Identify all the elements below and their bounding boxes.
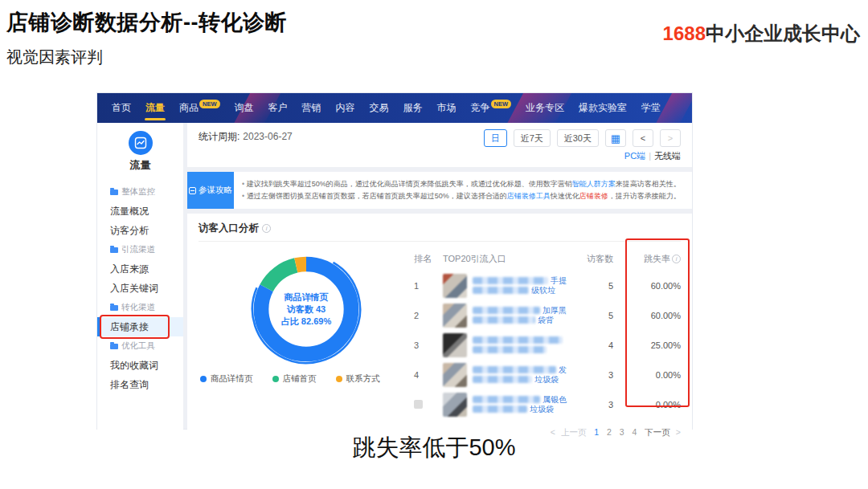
nav-item-academy[interactable]: 学堂 [641, 93, 661, 123]
tip-text: 建议找到跳失率超过50%的商品，通过优化商品详情页来降低跳失率，或通过优化标题、… [247, 180, 572, 188]
nav-item-products[interactable]: 商品NEW [179, 93, 220, 123]
header-visitors: 访客数 [567, 253, 613, 265]
blurred-text [473, 316, 535, 324]
range-7day-button[interactable]: 近7天 [514, 129, 551, 147]
store-decor-tool-link[interactable]: 店铺装修工具 [507, 192, 551, 200]
title-fragment: 垃圾袋 [534, 374, 559, 385]
table-row[interactable]: 3 4 25.00% [414, 330, 681, 360]
sidebar-item-entry-keywords[interactable]: 入店关键词 [97, 279, 183, 298]
rank-cell: 3 [414, 340, 443, 350]
sidebar-item-rank-query[interactable]: 排名查询 [97, 375, 183, 394]
product-cell: 属银色 垃圾袋 [443, 393, 567, 417]
sidebar-item-my-saved-words[interactable]: 我的收藏词 [97, 356, 183, 375]
table-row[interactable]: 2 加厚黑 袋背 5 60.00% [414, 300, 681, 330]
device-separator: | [649, 151, 651, 161]
sidebar-item-traffic-channels[interactable]: 引流渠道 [97, 240, 183, 259]
legend-contact[interactable]: 联系方式 [336, 373, 380, 385]
tip-text: 来提高访客相关性。 [616, 180, 681, 188]
bounce-cell: 0.00% [613, 400, 681, 410]
next-period-button[interactable]: > [660, 129, 681, 147]
sidebar-item-label: 转化渠道 [121, 302, 155, 313]
slide-caption: 跳失率低于50% [0, 432, 868, 464]
legend-product-detail[interactable]: 商品详情页 [200, 373, 253, 385]
sidebar-item-store-reception[interactable]: 店铺承接 [97, 317, 183, 336]
blurred-text [473, 336, 563, 344]
visitors-cell: 3 [567, 400, 613, 410]
product-title-blurred: 发 垃圾袋 [473, 365, 567, 385]
sidebar-item-conversion-channels[interactable]: 转化渠道 [97, 298, 183, 317]
range-day-button[interactable]: 日 [484, 129, 507, 147]
center-share: 占比 82.69% [281, 316, 331, 328]
visitor-entry-analysis: 访客入口分析 i [187, 214, 692, 430]
sidebar-item-traffic-overview[interactable]: 流量概况 [97, 202, 183, 221]
blurred-text [473, 366, 556, 373]
device-tab-wireless[interactable]: 无线端 [654, 151, 681, 161]
nav-item-market[interactable]: 市场 [437, 93, 457, 123]
prev-period-button[interactable]: < [633, 129, 653, 147]
presentation-slide: 店铺诊断数据分析--转化诊断 1688中小企业成长中心 视觉因素评判 首页 流量… [0, 0, 868, 489]
strategy-button[interactable]: 参谋攻略 [187, 172, 234, 209]
header-bounce: 跳失率i [613, 253, 681, 265]
legend-store-home[interactable]: 店铺首页 [272, 373, 317, 385]
nav-item-inquiry[interactable]: 询盘 [235, 93, 254, 123]
tip-text: ，提升访客承接能力。 [608, 192, 681, 200]
period-header: 统计周期:2023-06-27 日 近7天 近30天 ▦ < > PC端|无线端 [187, 123, 692, 167]
divider [199, 241, 681, 242]
visitors-cell: 3 [567, 370, 613, 380]
nav-item-hot-lab[interactable]: 爆款实验室 [579, 93, 627, 123]
sidebar-item-label: 引流渠道 [121, 244, 155, 255]
product-thumbnail [443, 304, 467, 328]
nav-item-business-zone[interactable]: 业务专区 [526, 93, 564, 123]
table-row[interactable]: 4 发 垃圾袋 3 0.00% [414, 360, 681, 389]
blurred-text [473, 307, 540, 314]
product-title-blurred [473, 335, 563, 355]
slide-subtitle: 视觉因素评判 [6, 47, 103, 68]
nav-item-trade[interactable]: 交易 [370, 93, 389, 123]
header-bounce-label: 跳失率 [644, 253, 670, 265]
device-tab-pc[interactable]: PC端 [624, 151, 645, 161]
bounce-cell: 60.00% [613, 281, 681, 291]
range-30day-button[interactable]: 近30天 [557, 129, 599, 147]
sidebar-item-overall-monitor[interactable]: 整体监控 [97, 182, 183, 202]
blurred-text [473, 346, 547, 353]
table-row[interactable]: 属银色 垃圾袋 3 0.00% [414, 389, 681, 419]
calendar-button[interactable]: ▦ [605, 129, 626, 147]
tip-line-2: 通过左侧饼图切换至店铺首页数据，若店铺首页跳失率超过50%，建议选择合适的店铺装… [242, 190, 684, 202]
nav-item-competition[interactable]: 竞争NEW [471, 93, 512, 123]
bounce-cell: 0.00% [613, 370, 681, 380]
product-thumbnail [443, 393, 467, 417]
info-icon[interactable]: i [262, 224, 271, 233]
visitors-cell: 5 [567, 311, 613, 320]
info-icon[interactable]: i [672, 255, 681, 263]
module-label: 流量 [97, 158, 183, 173]
sidebar-item-visitor-analysis[interactable]: 访客分析 [97, 221, 183, 240]
sidebar-item-entry-source[interactable]: 入店来源 [97, 259, 183, 279]
line-chart-icon [129, 131, 153, 155]
nav-item-home[interactable]: 首页 [112, 93, 131, 123]
product-title-blurred: 手提 级软垃 [473, 275, 567, 295]
blurred-text [473, 396, 540, 403]
nav-item-marketing[interactable]: 营销 [302, 93, 321, 123]
tip-line-1: 建议找到跳失率超过50%的商品，通过优化商品详情页来降低跳失率，或通过优化标题、… [242, 178, 684, 190]
bounce-cell: 25.00% [613, 340, 681, 350]
product-cell: 加厚黑 袋背 [443, 304, 567, 328]
strategy-tips: 参谋攻略 建议找到跳失率超过50%的商品，通过优化商品详情页来降低跳失率，或通过… [187, 172, 692, 209]
title-fragment: 级软垃 [531, 285, 555, 296]
title-fragment: 袋背 [538, 315, 554, 326]
nav-item-customers[interactable]: 客户 [268, 93, 288, 123]
strategy-icon [189, 187, 196, 194]
date-range-group: 日 近7天 近30天 ▦ < > [484, 129, 681, 147]
nav-item-traffic[interactable]: 流量 [145, 93, 165, 123]
calendar-icon: ▦ [611, 133, 620, 144]
dashboard-screenshot: 首页 流量 商品NEW 询盘 客户 营销 内容 交易 服务 市场 竞争NEW 业… [96, 92, 693, 430]
nav-item-service[interactable]: 服务 [403, 93, 423, 123]
sidebar-item-optimization-tools[interactable]: 优化工具 [97, 336, 183, 356]
table-header-row: 排名 TOP20引流入口 访客数 跳失率i [414, 247, 681, 271]
new-badge: NEW [491, 100, 512, 108]
nav-item-content[interactable]: 内容 [336, 93, 355, 123]
period-label: 统计周期: [199, 131, 240, 142]
product-cell [443, 333, 567, 357]
blurred-text [473, 405, 527, 413]
table-row[interactable]: 1 手提 级软垃 5 60.00% [414, 271, 681, 300]
smart-audience-link[interactable]: 智能人群方案 [572, 180, 616, 188]
